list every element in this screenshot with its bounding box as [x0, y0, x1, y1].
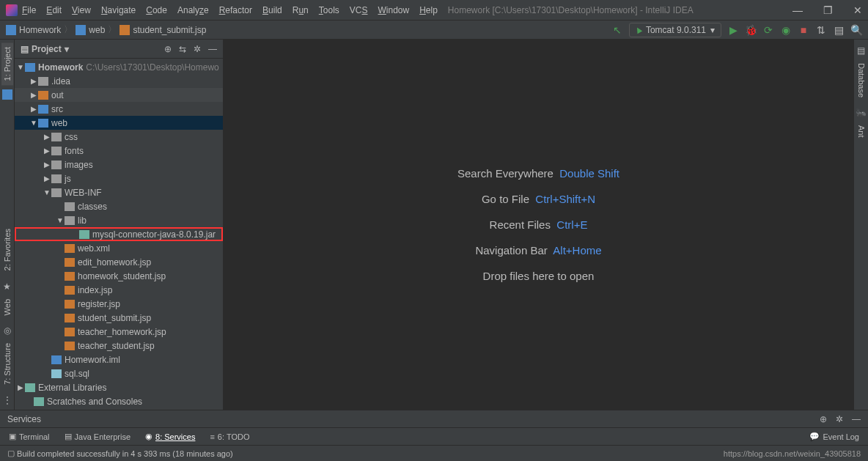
- menu-vcs[interactable]: VCS: [350, 5, 368, 15]
- tree-file[interactable]: homework_student.jsp: [15, 269, 223, 283]
- watermark-url: https://blog.csdn.net/weixin_43905818: [724, 449, 861, 458]
- tree-folder-css[interactable]: ▶css: [15, 130, 223, 144]
- tree-file[interactable]: student_submit.jsp: [15, 311, 223, 325]
- hint-drop: Drop files here to open: [483, 270, 595, 282]
- tree-scratches[interactable]: Scratches and Consoles: [15, 394, 223, 408]
- menu-run[interactable]: Run: [293, 5, 309, 15]
- status-icon: ▢: [7, 449, 15, 458]
- tab-services[interactable]: ◉ 8: Services: [145, 432, 195, 441]
- target-icon[interactable]: ⊕: [164, 44, 172, 54]
- project-tree: ▼HomeworkC:\Users\17301\Desktop\Homewo ▶…: [15, 59, 223, 410]
- tab-java-enterprise[interactable]: ▤ Java Enterprise: [65, 432, 130, 441]
- hammer-icon[interactable]: ↖: [611, 24, 623, 36]
- status-message: Build completed successfully in 4 s 393 …: [17, 449, 233, 458]
- gear-icon[interactable]: ✲: [194, 44, 201, 54]
- structure-icon: ⋮: [3, 395, 12, 405]
- menu-help[interactable]: Help: [419, 5, 438, 15]
- tab-web[interactable]: Web: [1, 295, 13, 320]
- tree-file-jar[interactable]: mysql-connector-java-8.0.19.jar: [15, 227, 223, 241]
- target-icon[interactable]: ⊕: [820, 414, 827, 424]
- app-icon: [6, 4, 18, 16]
- tree-external-libs[interactable]: ▶External Libraries: [15, 380, 223, 394]
- tree-file-webxml[interactable]: web.xml: [15, 241, 223, 255]
- tree-folder-src[interactable]: ▶src: [15, 102, 223, 116]
- tree-folder-js[interactable]: ▶js: [15, 172, 223, 185]
- menu-tools[interactable]: Tools: [319, 5, 339, 15]
- breadcrumb-file[interactable]: student_submit.jsp: [119, 25, 206, 35]
- close-button[interactable]: ✕: [853, 4, 862, 16]
- hint-recent: Recent Files Ctrl+E: [490, 218, 588, 231]
- minimize-button[interactable]: ―: [792, 4, 803, 16]
- tree-folder-web[interactable]: ▼web: [15, 116, 223, 130]
- main-menu: File Edit View Navigate Code Analyze Ref…: [22, 5, 438, 15]
- menu-file[interactable]: File: [22, 5, 36, 15]
- tab-ant[interactable]: Ant: [856, 121, 867, 142]
- project-panel: ▤ Project ▾ ⊕ ⇆ ✲ ― ▼HomeworkC:\Users\17…: [15, 40, 224, 410]
- window-title: Homework [C:\Users\17301\Desktop\Homewor…: [448, 5, 694, 15]
- hint-search: Search Everywhere Double Shift: [457, 167, 619, 180]
- services-bar: Services ⊕ ✲ ―: [0, 410, 868, 427]
- maximize-button[interactable]: ❐: [823, 4, 833, 16]
- tab-database[interactable]: Database: [856, 59, 867, 102]
- file-icon[interactable]: [2, 89, 12, 100]
- tree-file-iml[interactable]: Homework.iml: [15, 353, 223, 366]
- chevron-icon: 〉: [108, 23, 117, 36]
- tree-folder-images[interactable]: ▶images: [15, 158, 223, 172]
- tree-file[interactable]: teacher_homework.jsp: [15, 325, 223, 339]
- tree-file[interactable]: teacher_student.jsp: [15, 339, 223, 353]
- tab-structure[interactable]: 7: Structure: [1, 339, 13, 389]
- tab-todo[interactable]: ≡ 6: TODO: [210, 432, 249, 441]
- breadcrumb-root[interactable]: Homework: [6, 25, 61, 35]
- tree-folder-idea[interactable]: ▶.idea: [15, 74, 223, 88]
- tree-folder-webinf[interactable]: ▼WEB-INF: [15, 185, 223, 199]
- menu-navigate[interactable]: Navigate: [101, 5, 136, 15]
- title-bar: File Edit View Navigate Code Analyze Ref…: [0, 0, 868, 21]
- menu-code[interactable]: Code: [146, 5, 167, 15]
- left-tool-stripe: 1: Project 2: Favorites ★ Web ◎ 7: Struc…: [0, 40, 15, 410]
- event-log-button[interactable]: 💬 Event Log: [809, 432, 859, 441]
- tree-file[interactable]: register.jsp: [15, 297, 223, 311]
- ant-icon: 🐜: [856, 108, 867, 118]
- services-label: Services: [7, 414, 41, 424]
- tree-folder-classes[interactable]: classes: [15, 199, 223, 213]
- profile-button[interactable]: ◉: [780, 24, 792, 36]
- tree-file[interactable]: edit_homework.jsp: [15, 255, 223, 269]
- hint-nav: Navigation Bar Alt+Home: [475, 244, 601, 257]
- tab-terminal[interactable]: ▣ Terminal: [9, 432, 50, 441]
- hint-goto: Go to File Ctrl+Shift+N: [482, 193, 595, 205]
- menu-view[interactable]: View: [72, 5, 91, 15]
- project-structure-icon[interactable]: ▤: [833, 24, 845, 36]
- tree-folder-out[interactable]: ▶out: [15, 88, 223, 102]
- run-button[interactable]: ▶: [727, 24, 739, 36]
- menu-analyze[interactable]: Analyze: [177, 5, 209, 15]
- run-config-selector[interactable]: Tomcat 9.0.311 ▾: [629, 23, 721, 37]
- debug-button[interactable]: 🐞: [745, 24, 757, 36]
- breadcrumb-folder[interactable]: web: [76, 25, 105, 35]
- stop-button[interactable]: ■: [798, 24, 809, 36]
- vcs-update-icon[interactable]: ⇅: [815, 24, 827, 36]
- gear-icon[interactable]: ✲: [836, 414, 843, 424]
- coverage-button[interactable]: ⟳: [762, 24, 774, 36]
- tree-file[interactable]: index.jsp: [15, 283, 223, 297]
- database-icon: ▤: [857, 45, 865, 56]
- menu-edit[interactable]: Edit: [46, 5, 62, 15]
- menu-refactor[interactable]: Refactor: [219, 5, 252, 15]
- bottom-tool-tabs: ▣ Terminal ▤ Java Enterprise ◉ 8: Servic…: [0, 427, 868, 445]
- tree-file-sql[interactable]: sql.sql: [15, 366, 223, 380]
- search-icon[interactable]: 🔍: [850, 24, 862, 36]
- panel-title[interactable]: ▤ Project ▾: [21, 44, 69, 54]
- collapse-icon[interactable]: ⇆: [179, 44, 186, 54]
- hide-icon[interactable]: ―: [852, 414, 861, 424]
- tree-root[interactable]: ▼HomeworkC:\Users\17301\Desktop\Homewo: [15, 60, 223, 74]
- hide-icon[interactable]: ―: [208, 44, 217, 54]
- tree-folder-fonts[interactable]: ▶fonts: [15, 144, 223, 158]
- right-tool-stripe: ▤ Database 🐜 Ant: [853, 40, 868, 410]
- globe-icon: ◎: [4, 325, 11, 336]
- star-icon: ★: [3, 281, 11, 292]
- tab-favorites[interactable]: 2: Favorites: [1, 224, 13, 275]
- editor-empty-state: Search Everywhere Double Shift Go to Fil…: [224, 40, 853, 410]
- menu-window[interactable]: Window: [378, 5, 409, 15]
- tab-project[interactable]: 1: Project: [1, 43, 13, 85]
- tree-folder-lib[interactable]: ▼lib: [15, 213, 223, 227]
- menu-build[interactable]: Build: [262, 5, 282, 15]
